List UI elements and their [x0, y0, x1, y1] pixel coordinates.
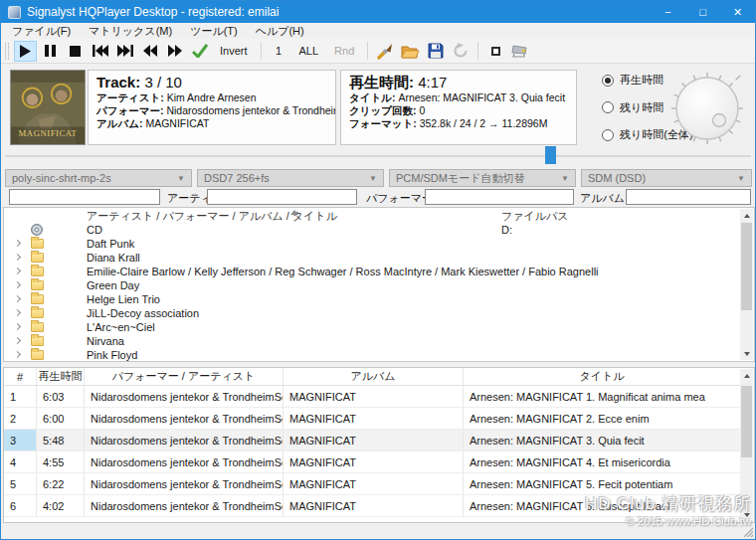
radio-selected-icon [602, 75, 614, 87]
mini-mode-button[interactable] [484, 41, 507, 62]
chevron-right-icon[interactable] [14, 351, 21, 358]
folder-icon [31, 253, 44, 263]
mode-dropdown[interactable]: PCM/SDMモード自動切替 ▼ [389, 169, 576, 187]
tree-item-artist[interactable]: JiLL-Decoy association [4, 306, 754, 320]
rewind-button[interactable] [138, 41, 161, 62]
menubar: ファイル(F) マトリックス(M) ツール(T) ヘルプ(H) [1, 23, 755, 39]
tree-item-artist[interactable]: Helge Lien Trio [4, 292, 754, 306]
random-label: Rnd [328, 45, 360, 57]
chevron-right-icon[interactable] [14, 323, 21, 330]
chevron-right-icon[interactable] [14, 295, 21, 302]
window-title: Signalyst HQPlayer Desktop - registered:… [27, 5, 279, 19]
pause-button[interactable] [39, 41, 62, 62]
next-track-button[interactable] [113, 41, 136, 62]
row-performer: Nidarosdomens jentekor & TrondheimSolist… [85, 495, 284, 516]
performer-filter-input[interactable] [425, 189, 574, 205]
tree-item-artist[interactable]: Nirvana [4, 334, 754, 348]
format-label: フォーマット: [349, 117, 417, 129]
modulator-dropdown[interactable]: DSD7 256+fs ▼ [197, 169, 384, 187]
output-mode-dropdown[interactable]: SDM (DSD) ▼ [581, 169, 752, 187]
tree-item-artist[interactable]: Daft Punk [4, 237, 754, 251]
output-device-button[interactable] [509, 41, 532, 62]
play-button[interactable] [14, 41, 37, 62]
menu-tools[interactable]: ツール(T) [181, 24, 247, 39]
tree-scrollbar[interactable] [740, 209, 753, 360]
col-header-title[interactable]: タイトル [464, 368, 740, 385]
fast-forward-button[interactable] [163, 41, 186, 62]
col-header-num[interactable]: # [4, 368, 37, 385]
col-header-time[interactable]: 再生時間 [37, 368, 85, 385]
clear-playlist-button[interactable] [374, 41, 397, 62]
menu-matrix[interactable]: マトリックス(M) [80, 24, 181, 39]
tree-scroll-thumb[interactable] [741, 223, 752, 310]
titlebar[interactable]: Signalyst HQPlayer Desktop - registered:… [1, 1, 755, 23]
resize-grip[interactable] [742, 526, 753, 537]
toolbar-grip[interactable] [5, 43, 9, 60]
playback-time-box: 再生時間: 4:17 タイトル: Arnesen: MAGNIFICAT 3. … [340, 70, 577, 145]
scroll-up-icon[interactable] [740, 209, 753, 222]
folder-icon [31, 322, 44, 332]
chevron-right-icon[interactable] [14, 309, 21, 316]
row-time: 6:22 [37, 473, 85, 494]
album-value: MAGNIFICAT [145, 117, 209, 129]
minimize-button[interactable]: − [651, 1, 685, 23]
title-label: タイトル: [349, 91, 395, 103]
playlist-row[interactable]: 5 6:22 Nidarosdomens jentekor & Trondhei… [4, 473, 740, 495]
chevron-right-icon[interactable] [14, 337, 21, 344]
previous-track-button[interactable] [89, 41, 111, 62]
toolbar-separator [477, 42, 478, 60]
row-album: MAGNIFICAT [284, 386, 464, 407]
repeat-all-button[interactable]: ALL [292, 41, 326, 62]
volume-knob[interactable] [669, 71, 745, 146]
col-header-album[interactable]: アルバム [284, 368, 464, 385]
chevron-right-icon[interactable] [14, 281, 21, 288]
artist-filter-input[interactable] [207, 189, 357, 205]
playlist-row[interactable]: 1 6:03 Nidarosdomens jentekor & Trondhei… [4, 386, 740, 408]
repeat-one-button[interactable]: 1 [268, 41, 290, 62]
chevron-right-icon[interactable] [14, 254, 21, 261]
filter-dropdown[interactable]: poly-sinc-shrt-mp-2s ▼ [5, 169, 192, 187]
tree-item-artist[interactable]: Emilie-Claire Barlow / Kelly Jefferson /… [4, 265, 754, 278]
tree-item-artist[interactable]: Diana Krall [4, 251, 754, 265]
stop-button[interactable] [64, 41, 87, 62]
menu-help[interactable]: ヘルプ(H) [247, 24, 313, 39]
playlist-row[interactable]: 6 4:02 Nidarosdomens jentekor & Trondhei… [4, 495, 740, 517]
open-folder-button[interactable] [399, 41, 422, 62]
row-title: Arnesen: MAGNIFICAT 3. Quia fecit [464, 430, 740, 450]
scroll-up-icon[interactable] [740, 369, 753, 382]
close-button[interactable]: ✕ [720, 1, 755, 23]
scroll-down-icon[interactable] [740, 508, 753, 521]
maximize-button[interactable]: □ [685, 1, 720, 23]
playlist-row[interactable]: 2 6:00 Nidarosdomens jentekor & Trondhei… [4, 408, 740, 430]
playlist-scrollbar[interactable] [740, 369, 753, 521]
row-time: 6:00 [37, 408, 85, 429]
seek-handle[interactable] [545, 146, 556, 164]
random-button[interactable]: Rnd [327, 41, 361, 62]
chevron-right-icon[interactable] [14, 240, 21, 247]
tree-item-cd[interactable]: CD D: [4, 223, 754, 237]
search-input[interactable] [9, 189, 160, 205]
library-tree-header[interactable]: アーティスト / パフォーマー / アルバム / タイトル ファイルパス [4, 208, 754, 223]
playlist-scroll-thumb[interactable] [741, 386, 752, 457]
invert-button[interactable]: Invert [213, 41, 255, 62]
scroll-down-icon[interactable] [740, 347, 753, 360]
tree-item-artist[interactable]: Green Day [4, 278, 754, 292]
menu-file[interactable]: ファイル(F) [3, 24, 80, 39]
chevron-right-icon[interactable] [14, 268, 21, 274]
output-device-icon [510, 44, 531, 59]
playlist-row-selected[interactable]: 3 5:48 Nidarosdomens jentekor & Trondhei… [4, 430, 740, 451]
tree-header-main[interactable]: アーティスト / パフォーマー / アルバム / タイトル [87, 209, 337, 224]
save-playlist-button[interactable] [424, 41, 447, 62]
playlist-row[interactable]: 4 4:55 Nidarosdomens jentekor & Trondhei… [4, 451, 740, 473]
col-header-performer[interactable]: パフォーマー / アーティスト [85, 368, 284, 385]
save-icon [428, 43, 444, 59]
tree-item-artist[interactable]: L'Arc~en~Ciel [4, 320, 754, 334]
album-filter-label: アルバム [580, 191, 625, 206]
refresh-library-button[interactable] [449, 41, 472, 62]
confirm-button[interactable] [188, 41, 211, 62]
app-icon [8, 6, 21, 19]
tree-header-path[interactable]: ファイルパス [501, 209, 569, 224]
tree-item-artist[interactable]: Pink Floyd [4, 348, 754, 362]
seek-bar[interactable] [5, 155, 751, 157]
album-filter-input[interactable] [626, 189, 751, 205]
